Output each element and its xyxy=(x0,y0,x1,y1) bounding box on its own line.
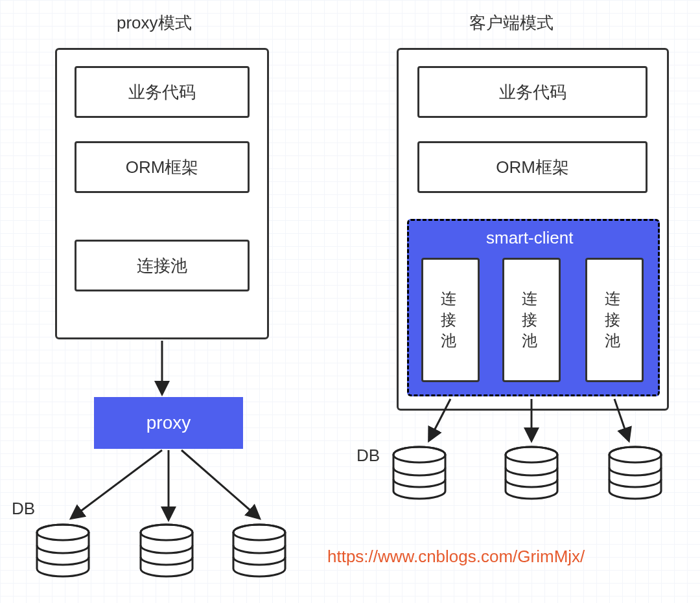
pool-text-0: 连接池 xyxy=(441,288,460,351)
db-cylinder-icon xyxy=(506,447,557,499)
db-cylinder-icon xyxy=(609,447,661,499)
pool-text-2: 连接池 xyxy=(605,288,624,351)
left-title: proxy模式 xyxy=(117,12,192,34)
pool-text-1: 连接池 xyxy=(522,288,541,351)
left-box-orm: ORM框架 xyxy=(75,141,250,193)
db-cylinder-icon xyxy=(393,447,445,499)
diagram-stage: proxy模式 客户端模式 业务代码 ORM框架 连接池 proxy DB 业务… xyxy=(0,0,700,603)
left-box-business: 业务代码 xyxy=(75,66,250,118)
proxy-node: proxy xyxy=(94,397,243,449)
pool-box-1: 连接池 xyxy=(502,258,561,382)
left-db-label: DB xyxy=(12,499,35,519)
pool-box-2: 连接池 xyxy=(585,258,644,382)
credit-link[interactable]: https://www.cnblogs.com/GrimMjx/ xyxy=(327,547,585,567)
db-cylinder-icon xyxy=(141,525,192,576)
smart-client-label: smart-client xyxy=(486,228,573,248)
arrow-proxy-to-db0 xyxy=(71,450,162,518)
db-cylinder-icon xyxy=(233,525,285,576)
arrow-proxy-to-db2 xyxy=(181,450,259,518)
right-title: 客户端模式 xyxy=(469,12,554,34)
left-box-pool: 连接池 xyxy=(75,240,250,291)
right-box-orm: ORM框架 xyxy=(417,141,648,193)
right-box-business: 业务代码 xyxy=(417,66,648,118)
pool-box-0: 连接池 xyxy=(421,258,480,382)
db-cylinder-icon xyxy=(37,525,89,576)
right-db-label: DB xyxy=(356,446,380,466)
